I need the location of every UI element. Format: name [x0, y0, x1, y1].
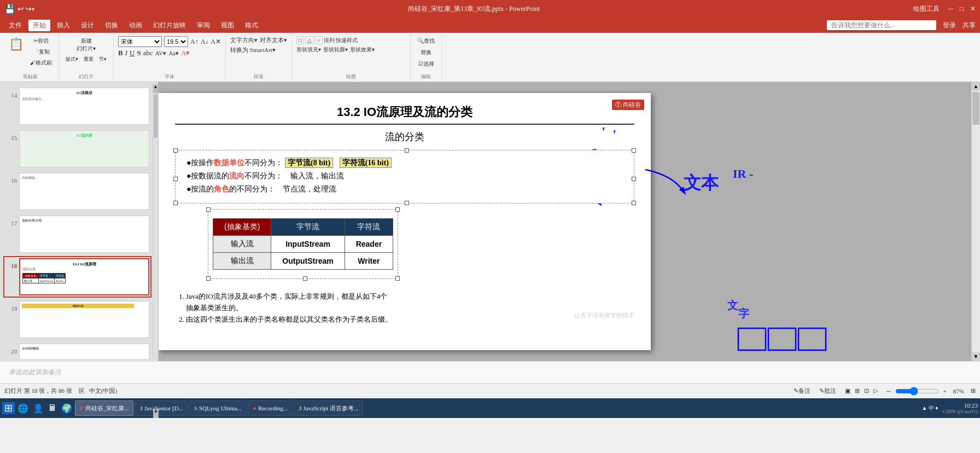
table-handle-tl[interactable] — [206, 207, 211, 212]
taskbar-app-ppt[interactable]: P 尚硅谷_宋红康... — [75, 400, 133, 416]
scroll-up-arrow[interactable]: ▲ — [972, 82, 980, 91]
zoom-out-btn[interactable]: ─ — [886, 388, 891, 394]
scroll-down-arrow[interactable]: ▼ — [972, 352, 980, 361]
handle-bm[interactable] — [405, 201, 409, 205]
shape-effect-btn[interactable]: 形状效果▾ — [350, 46, 375, 54]
content-box[interactable]: ●按操作数据单位不同分为： 字节流(8 bit) 字符流(16 bit) ●按数… — [175, 150, 634, 204]
thumbnail-15[interactable]: 15 IO流内容 — [4, 129, 150, 169]
scroll-thumb[interactable] — [972, 92, 979, 125]
clear-format-btn[interactable]: A✕ — [211, 38, 221, 46]
taskbar-app-java[interactable]: J JavaSenior [D... — [135, 400, 188, 416]
menu-transition[interactable]: 切换 — [101, 20, 122, 31]
maximize-btn[interactable]: □ — [960, 5, 964, 13]
taskbar-icon-user[interactable]: 👤 — [31, 403, 45, 414]
font-family-select[interactable]: 宋体 — [118, 36, 162, 47]
thumbnail-17[interactable]: 17 流的分类介绍 — [4, 214, 150, 254]
handle-bl[interactable] — [173, 201, 178, 205]
taskbar-app-sqlyog[interactable]: S SQLyog Ultima... — [189, 400, 247, 416]
change-case-btn[interactable]: Aa▾ — [168, 50, 179, 57]
view-reading-btn[interactable]: ⊡ — [864, 387, 869, 394]
handle-tl[interactable] — [173, 148, 178, 153]
slide-canvas[interactable]: 13.2 IO流原理及流的分类 流的分类 ●按操作数据单位不 — [159, 93, 651, 350]
font-color-btn[interactable]: A▾ — [181, 49, 190, 57]
underline-btn[interactable]: U — [130, 49, 135, 57]
font-increase-btn[interactable]: A↑ — [190, 38, 199, 46]
thumbnail-20[interactable]: 20 IO内容继续 — [4, 342, 150, 359]
new-slide-btn[interactable]: 新建幻灯片▾ — [63, 36, 109, 54]
section-btn[interactable]: 节▾ — [97, 55, 109, 64]
undo-btn[interactable]: ↩ — [18, 4, 24, 14]
shape-triangle-btn[interactable]: △ — [305, 36, 314, 44]
handle-br[interactable] — [632, 201, 636, 205]
table-container[interactable]: (抽象基类) 字节流 字符流 输入流 InputStream Reader 输出… — [208, 209, 398, 279]
zoom-slider[interactable] — [895, 387, 939, 396]
text-direction-btn[interactable]: 文字方向▾ — [230, 36, 258, 44]
zoom-in-btn[interactable]: + — [943, 388, 947, 394]
thumbnail-16[interactable]: 16 内容继续... — [4, 172, 150, 211]
handle-mr[interactable] — [632, 177, 636, 181]
table-handle-br[interactable] — [395, 276, 400, 281]
right-scrollbar[interactable]: ▲ ▼ — [971, 82, 980, 361]
shape-outline-btn[interactable]: 形状轮廓▾ — [323, 46, 348, 54]
thumbnail-14[interactable]: 14 IO流概述 流的基本概念... — [4, 86, 150, 126]
share-btn[interactable]: 共享 — [962, 21, 976, 30]
font-size-select[interactable]: 19.5 — [164, 36, 188, 47]
menu-slideshow[interactable]: 幻灯片放映 — [149, 20, 190, 31]
layout-btn[interactable]: 版式▾ — [63, 55, 80, 64]
menu-design[interactable]: 设计 — [77, 20, 98, 31]
bold-btn[interactable]: B — [118, 49, 123, 57]
strikethrough-btn[interactable]: S — [137, 49, 141, 57]
comments-btn[interactable]: ✎批注 — [819, 387, 836, 395]
table-handle-bl[interactable] — [206, 276, 211, 281]
table-handle-bm[interactable] — [303, 276, 307, 281]
arrange-btn[interactable]: 排列 — [324, 37, 335, 44]
table-handle-tr[interactable] — [395, 207, 400, 212]
format-painter-btn[interactable]: 🖌格式刷 — [28, 58, 54, 68]
thumbnail-19[interactable]: 19 继续内容 — [4, 300, 150, 339]
select-btn[interactable]: ☑选择 — [415, 59, 437, 69]
reset-btn[interactable]: 重置 — [81, 55, 96, 64]
find-btn[interactable]: 🔍查找 — [415, 36, 437, 46]
shape-rect-btn[interactable]: □ — [296, 36, 304, 44]
view-normal-btn[interactable]: ▣ — [845, 387, 850, 394]
login-btn[interactable]: 登录 — [943, 21, 956, 30]
taskbar-icon-browser[interactable]: 🌍 — [60, 403, 74, 414]
text-shadow-btn[interactable]: abc — [143, 49, 153, 57]
taskbar-app-recording[interactable]: ● Recording... — [248, 400, 293, 416]
view-slide-btn[interactable]: ⊞ — [855, 387, 860, 394]
start-btn[interactable]: ⊞ — [2, 402, 15, 414]
copy-btn[interactable]: 📄复制 — [28, 47, 54, 57]
handle-tr[interactable] — [632, 148, 636, 153]
taskbar-app-jsref[interactable]: J JavaScript 语言参考... — [294, 400, 363, 416]
menu-animation[interactable]: 动画 — [125, 20, 147, 31]
thumbnail-18[interactable]: 18 13.2 IO流原理 流的分类 (抽象基类)字节流字符流 输入流Input… — [4, 257, 150, 297]
view-present-btn[interactable]: ▷ — [873, 387, 878, 394]
scroll-track[interactable] — [972, 91, 980, 352]
quick-style-btn[interactable]: 快速样式 — [336, 37, 358, 44]
italic-btn[interactable]: I — [125, 49, 127, 57]
menu-file[interactable]: 文件 — [4, 20, 26, 31]
taskbar-icon-ie[interactable]: 🌐 — [16, 403, 30, 414]
redo-btn[interactable]: ↪ — [25, 4, 32, 14]
menu-insert[interactable]: 插入 — [52, 20, 74, 31]
shape-fill-btn[interactable]: 形状填充▾ — [296, 46, 321, 54]
convert-smartart-btn[interactable]: 转换为 SmartArt▾ — [230, 46, 276, 54]
font-decrease-btn[interactable]: A↓ — [201, 38, 209, 46]
minimize-btn[interactable]: ─ — [948, 5, 953, 13]
notes-area[interactable]: 单击此处添加备注 — [0, 361, 980, 383]
char-spacing-btn[interactable]: AV▾ — [155, 50, 166, 57]
handle-ml[interactable] — [173, 177, 178, 181]
shape-circle-btn[interactable]: ○ — [315, 36, 323, 44]
menu-review[interactable]: 审阅 — [192, 20, 214, 31]
taskbar-icon-calc[interactable]: 🖩 — [46, 403, 59, 413]
search-input[interactable] — [827, 20, 936, 30]
thumbnail-scrollbar[interactable]: ▲ ▼ — [153, 84, 158, 359]
align-text-btn[interactable]: 对齐文本▾ — [260, 36, 287, 44]
fit-slide-btn[interactable]: ⊞ — [971, 387, 976, 394]
paste-btn[interactable]: 📋 — [7, 36, 26, 53]
close-btn[interactable]: ✕ — [970, 5, 976, 13]
cut-btn[interactable]: ✂剪切 — [28, 36, 54, 46]
handle-tm[interactable] — [405, 148, 409, 153]
menu-format[interactable]: 格式 — [241, 20, 262, 31]
notes-btn[interactable]: ✎备注 — [794, 387, 810, 395]
